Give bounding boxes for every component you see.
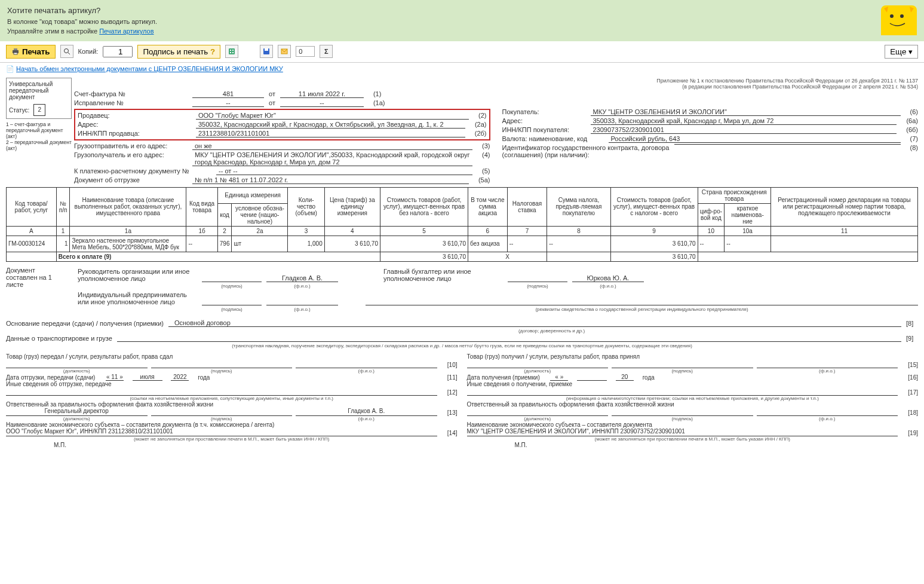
- print-button[interactable]: Печать: [6, 45, 56, 59]
- preview-button[interactable]: [60, 45, 73, 58]
- svg-rect-4: [14, 53, 17, 54]
- promo-banner: Хотите печатать артикул? В колонке "код …: [0, 0, 924, 41]
- svg-rect-13: [265, 48, 268, 51]
- email-button[interactable]: [278, 45, 291, 58]
- document-icon: 📄: [6, 65, 14, 72]
- save-button[interactable]: [260, 45, 273, 58]
- appendix-note: Приложение № 1 к постановлению Правитель…: [74, 78, 918, 90]
- edo-link[interactable]: Начать обмен электронными документами с …: [16, 65, 283, 72]
- svg-point-5: [64, 49, 68, 53]
- field-zero[interactable]: 0: [296, 46, 315, 57]
- svg-rect-11: [232, 52, 234, 53]
- svg-rect-7: [229, 48, 235, 54]
- copies-input[interactable]: [103, 46, 133, 57]
- printer-icon: [11, 47, 20, 56]
- total-row: Всего к оплате (9) 3 610,70 X 3 610,70: [7, 252, 918, 261]
- banner-link[interactable]: Печати артикулов: [99, 27, 154, 35]
- table-row: ГМ-00030124 1 Зеркало настенное прямоуго…: [7, 236, 918, 252]
- seller-highlight: Продавец:ООО "Глобус Маркет Юг"(2) Адрес…: [74, 109, 490, 140]
- status-box[interactable]: 2: [33, 104, 45, 116]
- sign-stamp-button[interactable]: Подпись и печать ?: [137, 45, 220, 59]
- toolbar: Печать Копий: Подпись и печать ? 0 Σ Еще…: [0, 41, 924, 63]
- svg-rect-9: [232, 50, 234, 51]
- svg-point-1: [900, 14, 904, 18]
- svg-rect-3: [14, 48, 17, 50]
- items-table: Код товара/ работ, услуг № п/п Наименова…: [6, 187, 918, 262]
- sender-block: Товар (груз) передал / услуги, результат…: [6, 353, 458, 448]
- receiver-block: Товар (груз) получил / услуги, результат…: [467, 353, 919, 448]
- svg-rect-8: [230, 50, 231, 51]
- svg-line-6: [68, 53, 70, 54]
- svg-point-0: [890, 14, 894, 18]
- more-button[interactable]: Еще ▾: [885, 45, 918, 59]
- edo-link-row: 📄 Начать обмен электронными документами …: [0, 63, 924, 75]
- sum-button[interactable]: Σ: [320, 45, 333, 58]
- mascot-icon: [881, 5, 917, 35]
- svg-rect-10: [230, 52, 231, 53]
- banner-question: Хотите печатать артикул?: [7, 5, 157, 17]
- upd-title: Универсальный передаточный документ Стат…: [6, 78, 72, 119]
- settings-button[interactable]: [225, 45, 238, 58]
